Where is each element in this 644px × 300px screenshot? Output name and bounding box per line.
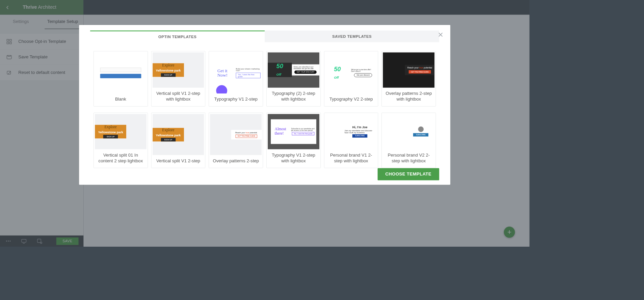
template-grid-panel[interactable]: Blank ExploreYellowstone parkSIGN UP Ver… bbox=[91, 48, 438, 178]
close-icon[interactable] bbox=[437, 31, 444, 38]
template-card-typography-v2[interactable]: 50Off We've got a one-time offer! Don't … bbox=[324, 51, 378, 106]
template-card-personal-brand-v2[interactable]: SUBSCRIBE Personal brand V2 2-step with … bbox=[382, 113, 436, 168]
modal-overlay: OPTIN TEMPLATES SAVED TEMPLATES Blank Ex… bbox=[0, 0, 529, 247]
template-label: Personal brand V2 2-step with lightbox bbox=[383, 149, 435, 167]
tab-saved-templates[interactable]: SAVED TEMPLATES bbox=[265, 30, 439, 42]
template-thumb: ExploreYellowstone parkSIGN UP bbox=[95, 114, 146, 149]
template-label: Vertical split V1 2-step bbox=[153, 155, 204, 167]
template-thumb: Hi, I'm JoeJoin my newsletter and discov… bbox=[325, 114, 377, 149]
template-card-blank[interactable]: Blank bbox=[93, 51, 148, 106]
template-label: Overlay patterns 2-step with lightbox bbox=[383, 88, 435, 105]
template-card-overlay-patterns-2step[interactable]: Reach your true potential.GET THE FREE G… bbox=[209, 113, 263, 168]
template-label: Vertical split 01 In content 2 step ligh… bbox=[95, 149, 146, 167]
template-card-typography-2-lightbox[interactable]: 50Off Great, just subscribe to our newsl… bbox=[266, 51, 321, 106]
template-thumb: 50Off Great, just subscribe to our newsl… bbox=[268, 52, 319, 87]
template-card-vertical-split-v1-lightbox[interactable]: ExploreYellowstone parkSIGN UP Vertical … bbox=[151, 51, 206, 106]
template-label: Typography (2) 2-step with lightbox bbox=[268, 88, 319, 105]
template-label: Typography V1 2-step bbox=[210, 93, 262, 105]
template-card-typography-v1[interactable]: Get itNow! Build your dream marketing no… bbox=[209, 51, 263, 106]
template-card-vertical-split-01-incontent[interactable]: ExploreYellowstone parkSIGN UP Vertical … bbox=[93, 113, 148, 168]
template-thumb: Get itNow! Build your dream marketing no… bbox=[210, 52, 262, 93]
template-label: Typography V1 2-step with lightbox bbox=[268, 149, 319, 167]
template-label: Blank bbox=[95, 93, 146, 105]
template-card-vertical-split-v1[interactable]: ExploreYellowstone parkSIGN UP Vertical … bbox=[151, 113, 206, 168]
template-thumb: Reach your true potentialGET THE FREE GU… bbox=[383, 52, 435, 87]
template-card-overlay-patterns-lightbox[interactable]: Reach your true potentialGET THE FREE GU… bbox=[382, 51, 436, 106]
template-thumb: Almostthere! Subscribe to our newsletter… bbox=[268, 114, 319, 149]
template-thumb: 50Off We've got a one-time offer! Don't … bbox=[325, 52, 377, 93]
template-label: Vertical split V1 2-step with lightbox bbox=[153, 88, 204, 105]
template-thumb: SUBSCRIBE bbox=[383, 114, 435, 149]
template-card-personal-brand-v1[interactable]: Hi, I'm JoeJoin my newsletter and discov… bbox=[324, 113, 378, 168]
template-label: Typography V2 2-step bbox=[325, 93, 377, 105]
choose-template-button[interactable]: CHOOSE TEMPLATE bbox=[377, 168, 439, 180]
template-thumb: ExploreYellowstone parkSIGN UP bbox=[153, 52, 204, 87]
template-label: Overlay patterns 2-step bbox=[210, 155, 262, 167]
tab-optin-templates[interactable]: OPTIN TEMPLATES bbox=[90, 30, 265, 42]
template-thumb: ExploreYellowstone parkSIGN UP bbox=[153, 114, 204, 155]
template-thumb: Reach your true potential.GET THE FREE G… bbox=[210, 114, 262, 155]
template-chooser-modal: OPTIN TEMPLATES SAVED TEMPLATES Blank Ex… bbox=[79, 25, 450, 185]
template-thumb bbox=[95, 52, 146, 93]
template-card-typography-v1-lightbox[interactable]: Almostthere! Subscribe to our newsletter… bbox=[266, 113, 321, 168]
template-label: Personal brand V1 2-step with lightbox bbox=[325, 149, 377, 167]
